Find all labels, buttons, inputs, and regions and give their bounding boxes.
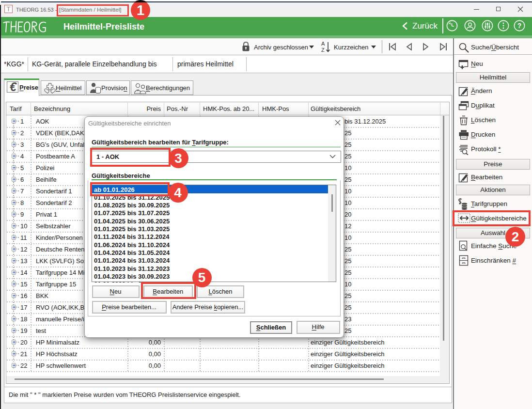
svg-text:Z: Z	[321, 47, 325, 53]
svg-text:€: €	[10, 81, 17, 93]
svg-text:A: A	[321, 41, 325, 47]
svg-text:?: ?	[517, 22, 522, 30]
